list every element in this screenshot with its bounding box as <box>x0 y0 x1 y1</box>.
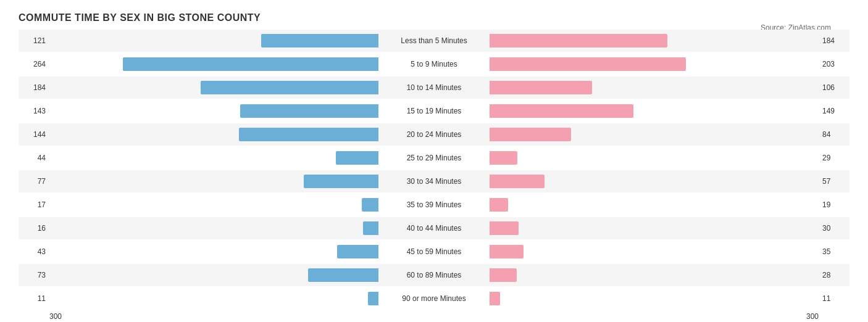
bars-section-5: 25 to 29 Minutes <box>49 147 819 169</box>
female-bar-container-2 <box>490 80 819 96</box>
male-bar-2 <box>201 81 378 94</box>
table-row: 44 25 to 29 Minutes 29 <box>19 147 849 169</box>
table-row: 77 30 to 34 Minutes 57 <box>19 170 849 192</box>
male-value-3: 143 <box>19 107 49 115</box>
table-row: 17 35 to 39 Minutes 19 <box>19 194 849 216</box>
female-bar-9 <box>490 245 524 258</box>
table-row: 264 5 to 9 Minutes 203 <box>19 53 849 75</box>
male-bar-container-8 <box>49 220 378 236</box>
row-label-4: 20 to 24 Minutes <box>378 130 490 139</box>
female-bar-6 <box>490 175 545 188</box>
table-row: 43 45 to 59 Minutes 35 <box>19 241 849 263</box>
female-bar-container-7 <box>490 197 819 213</box>
chart-title: COMMUTE TIME BY SEX IN BIG STONE COUNTY <box>19 12 849 23</box>
male-bar-5 <box>336 151 378 165</box>
bars-section-1: 5 to 9 Minutes <box>49 53 819 75</box>
table-row: 16 40 to 44 Minutes 30 <box>19 217 849 239</box>
row-label-8: 40 to 44 Minutes <box>378 224 490 233</box>
row-label-9: 45 to 59 Minutes <box>378 247 490 256</box>
row-label-5: 25 to 29 Minutes <box>378 154 490 162</box>
male-bar-container-0 <box>49 33 378 49</box>
chart-area: 121 Less than 5 Minutes 184 264 5 to 9 M… <box>19 30 849 310</box>
female-value-6: 57 <box>819 177 849 186</box>
female-value-4: 84 <box>819 130 849 139</box>
table-row: 73 60 to 89 Minutes 28 <box>19 264 849 286</box>
female-bar-container-1 <box>490 56 819 72</box>
male-bar-11 <box>368 292 378 305</box>
female-bar-5 <box>490 151 517 165</box>
bars-section-4: 20 to 24 Minutes <box>49 123 819 146</box>
male-bar-8 <box>363 221 378 235</box>
female-bar-2 <box>490 81 592 94</box>
female-bar-container-5 <box>490 150 819 166</box>
male-value-8: 16 <box>19 224 49 233</box>
male-bar-container-7 <box>49 197 378 213</box>
female-bar-container-0 <box>490 33 819 49</box>
male-value-4: 144 <box>19 130 49 139</box>
bars-section-7: 35 to 39 Minutes <box>49 194 819 216</box>
female-value-0: 184 <box>819 36 849 45</box>
female-bar-container-4 <box>490 126 819 142</box>
bars-section-0: Less than 5 Minutes <box>49 30 819 52</box>
bars-section-8: 40 to 44 Minutes <box>49 217 819 239</box>
bars-section-11: 90 or more Minutes <box>49 287 819 310</box>
female-bar-container-3 <box>490 103 819 119</box>
female-value-11: 11 <box>819 294 849 303</box>
male-value-5: 44 <box>19 154 49 162</box>
female-bar-container-10 <box>490 267 819 283</box>
male-bar-6 <box>304 175 378 188</box>
male-bar-9 <box>337 245 378 258</box>
female-value-9: 35 <box>819 247 849 256</box>
bars-section-10: 60 to 89 Minutes <box>49 264 819 286</box>
table-row: 143 15 to 19 Minutes 149 <box>19 100 849 122</box>
female-bar-4 <box>490 128 571 141</box>
male-bar-container-9 <box>49 244 378 260</box>
female-value-5: 29 <box>819 154 849 162</box>
male-value-9: 43 <box>19 247 49 256</box>
row-label-1: 5 to 9 Minutes <box>378 60 490 68</box>
page-wrapper: COMMUTE TIME BY SEX IN BIG STONE COUNTY … <box>19 12 849 322</box>
female-bar-0 <box>490 34 667 47</box>
male-value-1: 264 <box>19 60 49 68</box>
female-value-7: 19 <box>819 200 849 209</box>
female-bar-11 <box>490 292 500 305</box>
male-bar-container-10 <box>49 267 378 283</box>
bars-section-3: 15 to 19 Minutes <box>49 100 819 122</box>
female-bar-container-8 <box>490 220 819 236</box>
female-value-2: 106 <box>819 83 849 92</box>
male-bar-container-5 <box>49 150 378 166</box>
male-value-2: 184 <box>19 83 49 92</box>
male-bar-10 <box>308 268 378 282</box>
male-bar-container-3 <box>49 103 378 119</box>
table-row: 144 20 to 24 Minutes 84 <box>19 123 849 146</box>
row-label-7: 35 to 39 Minutes <box>378 200 490 209</box>
male-bar-0 <box>261 34 378 47</box>
row-label-10: 60 to 89 Minutes <box>378 271 490 279</box>
female-bar-container-9 <box>490 244 819 260</box>
female-value-1: 203 <box>819 60 849 68</box>
male-bar-container-1 <box>49 56 378 72</box>
axis-left: 300 <box>49 312 62 321</box>
axis-labels: 300 300 <box>19 312 849 321</box>
female-bar-7 <box>490 198 508 212</box>
male-bar-container-11 <box>49 291 378 307</box>
male-value-7: 17 <box>19 200 49 209</box>
table-row: 121 Less than 5 Minutes 184 <box>19 30 849 52</box>
female-bar-1 <box>490 57 686 71</box>
female-bar-container-11 <box>490 291 819 307</box>
male-value-10: 73 <box>19 271 49 279</box>
male-bar-container-6 <box>49 173 378 189</box>
row-label-11: 90 or more Minutes <box>378 294 490 303</box>
female-value-3: 149 <box>819 107 849 115</box>
male-bar-3 <box>240 104 378 118</box>
bars-section-9: 45 to 59 Minutes <box>49 241 819 263</box>
axis-right: 300 <box>806 312 819 321</box>
male-bar-4 <box>239 128 378 141</box>
female-value-10: 28 <box>819 271 849 279</box>
row-label-0: Less than 5 Minutes <box>378 36 490 45</box>
table-row: 184 10 to 14 Minutes 106 <box>19 76 849 99</box>
male-value-0: 121 <box>19 36 49 45</box>
female-bar-10 <box>490 268 517 282</box>
male-value-11: 11 <box>19 294 49 303</box>
table-row: 11 90 or more Minutes 11 <box>19 287 849 310</box>
